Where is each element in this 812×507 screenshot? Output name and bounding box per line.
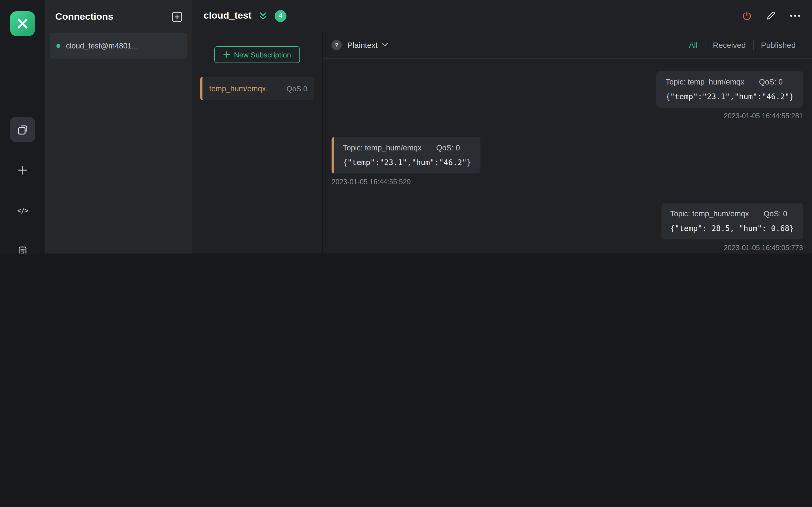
message-meta: Topic: temp_hum/emqxQoS: 0 (670, 210, 794, 218)
plus-icon (223, 51, 230, 58)
message-qos: QoS: 0 (436, 144, 460, 152)
pencil-icon (766, 11, 776, 21)
message-payload: {"temp":"23.1","hum":"46.2"} (666, 92, 794, 101)
ellipsis-icon (790, 14, 801, 17)
collapse-double-chevron-icon[interactable] (258, 11, 268, 20)
mqttx-app: </> ⚙ ? Connections (0, 0, 812, 253)
message-timestamp: 2023-01-05 16:44:55:529 (332, 178, 411, 186)
nav-connections-button[interactable] (10, 117, 35, 142)
connection-name: cloud_test@m4801... (66, 41, 138, 50)
connections-header: Connections (45, 0, 192, 33)
connections-title: Connections (55, 11, 113, 22)
nav-log-button[interactable] (10, 239, 35, 253)
message-meta: Topic: temp_hum/emqxQoS: 0 (666, 78, 794, 86)
viewport: </> ⚙ ? Connections (0, 0, 812, 253)
connections-icon (17, 124, 29, 135)
messages-toolbar: ? Plaintext All Received Published (322, 32, 812, 59)
message-group: Topic: temp_hum/emqxQoS: 0{"temp": 28.5,… (332, 203, 803, 252)
message-card[interactable]: Topic: temp_hum/emqxQoS: 0{"temp":"23.1"… (332, 137, 480, 173)
message-qos: QoS: 0 (763, 210, 787, 218)
chevron-down-icon (382, 43, 388, 47)
filter-all[interactable]: All (681, 40, 705, 50)
payload-help-icon[interactable]: ? (332, 40, 342, 50)
filter-received[interactable]: Received (705, 40, 753, 50)
add-connection-button[interactable] (171, 11, 183, 22)
messages-panel: ? Plaintext All Received Published (322, 32, 812, 253)
payload-format-value: Plaintext (347, 40, 377, 49)
filter-published[interactable]: Published (753, 40, 803, 50)
connected-status-dot (56, 44, 60, 48)
new-subscription-label: New Subscription (234, 50, 291, 59)
message-topic: Topic: temp_hum/emqx (670, 210, 749, 218)
titlebar-actions (742, 10, 801, 21)
message-group: Topic: temp_hum/emqxQoS: 0{"temp":"23.1"… (332, 71, 803, 120)
message-timestamp: 2023-01-05 16:44:55:281 (724, 112, 803, 120)
subscriptions-panel: New Subscription temp_hum/emqx QoS 0 (192, 32, 322, 253)
message-payload: {"temp": 28.5, "hum": 0.68} (670, 224, 794, 233)
power-icon (742, 10, 752, 21)
connections-panel: Connections cloud_test@m4801... (45, 0, 192, 253)
nav-new-connection-button[interactable] (10, 158, 35, 182)
plus-icon (17, 165, 28, 176)
message-card[interactable]: Topic: temp_hum/emqxQoS: 0{"temp": 28.5,… (661, 203, 803, 239)
payload-format-dropdown[interactable]: Plaintext (347, 40, 388, 49)
message-list: Topic: temp_hum/emqxQoS: 0{"temp":"23.1"… (322, 59, 812, 253)
message-filters: All Received Published (681, 40, 803, 50)
workspace: cloud_test 4 (192, 0, 812, 253)
rail-nav-group: </> (10, 117, 35, 253)
mqttx-logo-icon[interactable] (10, 11, 35, 36)
message-card[interactable]: Topic: temp_hum/emqxQoS: 0{"temp":"23.1"… (657, 71, 803, 108)
connection-title: cloud_test (204, 10, 252, 21)
connection-titlebar: cloud_test 4 (192, 0, 812, 32)
new-subscription-button[interactable]: New Subscription (214, 46, 300, 63)
nav-script-button[interactable]: </> (10, 198, 35, 223)
message-qos: QoS: 0 (759, 78, 783, 86)
more-options-button[interactable] (790, 14, 801, 17)
message-topic: Topic: temp_hum/emqx (343, 144, 421, 152)
message-group: Topic: temp_hum/emqxQoS: 0{"temp":"23.1"… (332, 137, 803, 186)
disconnect-button[interactable] (742, 10, 752, 21)
code-icon: </> (17, 207, 28, 215)
plus-box-icon (171, 11, 183, 22)
message-payload: {"temp":"23.1","hum":"46.2"} (343, 158, 471, 167)
edit-connection-button[interactable] (766, 11, 776, 21)
subscription-qos: QoS 0 (287, 84, 307, 93)
log-file-icon (17, 245, 28, 253)
icon-rail: </> ⚙ ? (0, 0, 45, 253)
message-meta: Topic: temp_hum/emqxQoS: 0 (343, 144, 471, 152)
subscription-item[interactable]: temp_hum/emqx QoS 0 (200, 76, 314, 100)
workspace-body: New Subscription temp_hum/emqx QoS 0 ? P… (192, 32, 812, 253)
subscription-count-badge: 4 (274, 10, 287, 22)
subscription-topic: temp_hum/emqx (209, 84, 282, 93)
message-topic: Topic: temp_hum/emqx (666, 78, 744, 86)
connection-item[interactable]: cloud_test@m4801... (50, 33, 187, 59)
message-timestamp: 2023-01-05 16:45:05:773 (724, 244, 803, 252)
